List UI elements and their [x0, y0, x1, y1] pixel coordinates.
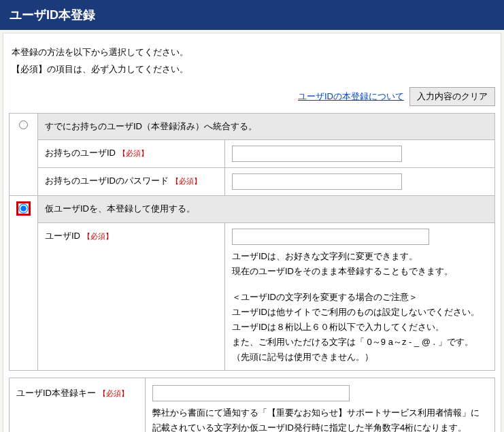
existing-userid-input-cell: [225, 140, 495, 168]
page-title: ユーザID本登録: [0, 0, 504, 30]
userid-hint5: ユーザIDは８桁以上６０桁以下で入力してください。: [232, 320, 488, 335]
existing-userid-label-cell: お持ちのユーザID 【必須】: [38, 140, 225, 168]
registration-options-table: すでにお持ちのユーザID（本登録済み）へ統合する。 お持ちのユーザID 【必須】…: [9, 113, 495, 371]
userid-hint3: ＜ユーザIDの文字列を変更する場合のご注意＞: [232, 290, 488, 305]
userid-hint4: ユーザIDは他サイトでご利用のものは設定しないでください。: [232, 305, 488, 320]
new-userid-label: ユーザID: [45, 231, 80, 241]
option1-radio-cell: [10, 114, 38, 196]
required-marker: 【必須】: [99, 389, 129, 397]
userid-hint-block2: ＜ユーザIDの文字列を変更する場合のご注意＞ ユーザIDは他サイトでご利用のもの…: [232, 290, 488, 365]
intro-line1: 本登録の方法を以下から選択してください。: [12, 44, 495, 61]
userid-hint1: ユーザIDは、お好きな文字列に変更できます。: [232, 249, 488, 264]
link-row: ユーザIDの本登録について 入力内容のクリア: [9, 87, 495, 106]
registration-key-label: ユーザID本登録キー: [16, 388, 96, 398]
clear-input-button[interactable]: 入力内容のクリア: [409, 87, 495, 106]
registration-key-desc: 弊社から書面にて通知する「【重要なお知らせ】サポートサービス利用者情報」に記載さ…: [152, 405, 488, 432]
intro-line2: 【必須】の項目は、必ず入力してください。: [12, 61, 495, 78]
existing-userid-label: お持ちのユーザID: [45, 148, 116, 158]
existing-password-label-cell: お持ちのユーザIDのパスワード 【必須】: [38, 168, 225, 196]
userid-hint7: （先頭に記号は使用できません。）: [232, 350, 488, 365]
option1-title: すでにお持ちのユーザID（本登録済み）へ統合する。: [38, 114, 495, 140]
option2-title: 仮ユーザIDを、本登録して使用する。: [38, 196, 495, 222]
option2-radio-highlight: [16, 201, 31, 216]
required-marker: 【必須】: [171, 177, 201, 185]
existing-userid-input[interactable]: [232, 146, 402, 162]
userid-hint6: また、ご利用いただける文字は「 0～9 a～z - _ @ . 」です。: [232, 335, 488, 350]
content-area: 本登録の方法を以下から選択してください。 【必須】の項目は、必ず入力してください…: [3, 33, 501, 432]
userid-hint-block1: ユーザIDは、お好きな文字列に変更できます。 現在のユーザIDをそのまま本登録す…: [232, 249, 488, 279]
registration-key-input[interactable]: [152, 385, 350, 401]
option1-radio[interactable]: [19, 120, 28, 129]
new-userid-label-cell: ユーザID 【必須】: [38, 222, 225, 371]
existing-password-input[interactable]: [232, 173, 402, 190]
option2-radio[interactable]: [18, 204, 28, 214]
registration-key-table: ユーザID本登録キー 【必須】 弊社から書面にて通知する「【重要なお知らせ】サポ…: [9, 378, 495, 432]
required-marker: 【必須】: [118, 149, 148, 157]
option2-radio-cell: [10, 196, 38, 371]
new-userid-input[interactable]: [232, 229, 429, 245]
intro-text: 本登録の方法を以下から選択してください。 【必須】の項目は、必ず入力してください…: [12, 44, 495, 78]
registration-key-input-cell: 弊社から書面にて通知する「【重要なお知らせ】サポートサービス利用者情報」に記載さ…: [146, 378, 495, 432]
required-marker: 【必須】: [83, 232, 113, 240]
registration-key-label-cell: ユーザID本登録キー 【必須】: [10, 378, 146, 432]
existing-password-input-cell: [225, 168, 495, 196]
about-registration-link[interactable]: ユーザIDの本登録について: [298, 90, 404, 103]
new-userid-input-cell: ユーザIDは、お好きな文字列に変更できます。 現在のユーザIDをそのまま本登録す…: [225, 222, 495, 371]
existing-password-label: お持ちのユーザIDのパスワード: [45, 176, 169, 186]
userid-hint2: 現在のユーザIDをそのまま本登録することもできます。: [232, 264, 488, 279]
